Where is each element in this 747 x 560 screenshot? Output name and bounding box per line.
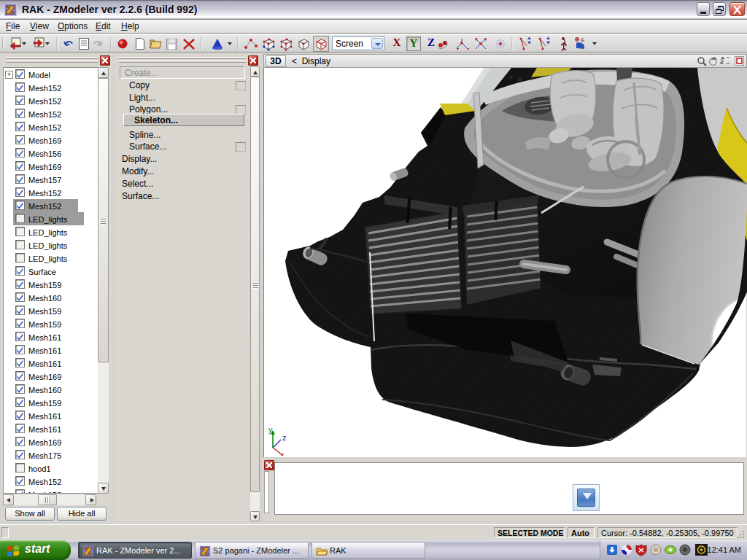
svg-text:z: z [282,433,287,442]
svg-text:y: y [268,425,273,434]
svg-text:x: x [283,455,287,457]
